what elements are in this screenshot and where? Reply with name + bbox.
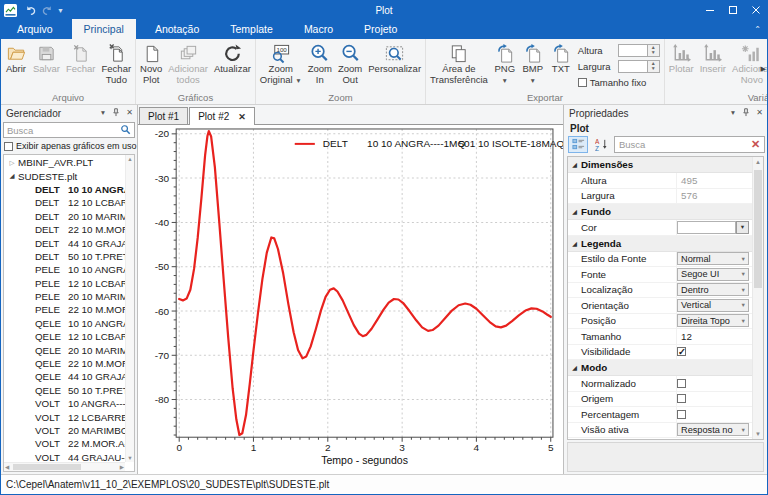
pin-icon[interactable]	[112, 108, 120, 119]
ribbon-tab-principal[interactable]: Principal	[72, 19, 136, 39]
maximize-button[interactable]	[721, 1, 744, 19]
tree-file-mbinf-avr-plt[interactable]: ▷MBINF_AVR.PLT	[4, 156, 125, 169]
categorized-view-button[interactable]	[568, 136, 588, 153]
novo-plot-button[interactable]: NovoPlot	[137, 40, 165, 85]
scroll-down-icon[interactable]: ▼	[127, 455, 132, 461]
png-button[interactable]: PNG▼	[491, 40, 519, 85]
close-button[interactable]	[744, 1, 767, 19]
property-section-modo[interactable]: ◢Modo	[568, 360, 752, 376]
bmp-button[interactable]: BMP▼	[519, 40, 547, 85]
pin-icon[interactable]	[742, 108, 750, 119]
tree-variable-item[interactable]: QELE44 10 GRAJAU--	[4, 370, 125, 383]
document-tab-plot-2[interactable]: Plot #2✕	[189, 107, 255, 125]
tree-variable-item[interactable]: DELT44 10 GRAJAU---	[4, 236, 125, 249]
tree-horizontal-scrollbar[interactable]: ◀▶	[4, 462, 125, 471]
zoom-in-button[interactable]: ZoomIn	[305, 40, 335, 85]
property-section-fundo[interactable]: ◢Fundo	[568, 204, 752, 220]
scrollbar-thumb[interactable]	[754, 170, 762, 288]
ribbon-tab-arquivo[interactable]: Arquivo	[5, 19, 65, 39]
property-value-input[interactable]: 12	[677, 331, 692, 342]
property-section-legenda[interactable]: ◢Legenda	[568, 236, 752, 252]
property-dropdown[interactable]: Segoe UI▼	[677, 268, 749, 281]
property-dropdown[interactable]: Dentro▼	[677, 283, 749, 296]
scroll-left-icon[interactable]: ◀	[5, 464, 9, 470]
scroll-up-icon[interactable]: ▲	[755, 159, 761, 165]
chart-canvas[interactable]: 012345-20-30-40-50-60-70-80Tempo - segun…	[138, 125, 563, 474]
tree-variable-item[interactable]: VOLT12 LCBARRET-5M	[4, 410, 125, 423]
sort-alphabetical-button[interactable]: AZ	[591, 136, 611, 153]
tree-variable-item[interactable]: DELT20 10 MARIMBO	[4, 210, 125, 223]
ribbon-collapse-icon[interactable]: ⌃	[754, 19, 761, 39]
collapse-icon[interactable]: ◢	[568, 364, 581, 371]
abrir-button[interactable]: Abrir	[2, 40, 30, 75]
panel-close-icon[interactable]: ✕	[756, 109, 763, 117]
txt-button[interactable]: TXT	[547, 40, 575, 75]
personalizar-button[interactable]: Personalizar	[365, 40, 424, 75]
fechar-tudo-button[interactable]: FecharTudo	[99, 40, 135, 85]
width-spinner[interactable]: ▲▼	[648, 60, 660, 73]
zoom-original-button[interactable]: 100ZoomOriginal ▼	[257, 40, 305, 86]
zoom-out-button[interactable]: ZoomOut	[335, 40, 365, 85]
ribbon-tab-anotacao[interactable]: Anotação	[143, 19, 211, 39]
property-dropdown[interactable]: Normal▼	[677, 252, 749, 265]
chevron-down-icon[interactable]: ▼	[736, 221, 749, 234]
atualizar-button[interactable]: Atualizar	[211, 40, 254, 75]
filter-graphs-checkbox[interactable]	[4, 142, 13, 151]
collapse-icon[interactable]: ◢	[7, 172, 17, 180]
tree-vertical-scrollbar[interactable]: ▲▼	[125, 155, 134, 462]
scroll-down-icon[interactable]: ▼	[755, 431, 761, 437]
tree-file-sudeste-plt[interactable]: ◢SUDESTE.plt	[4, 169, 125, 182]
redo-icon[interactable]	[39, 2, 55, 18]
tree-variable-item[interactable]: PELE22 10 M.MOR.A-	[4, 303, 125, 316]
properties-scrollbar[interactable]: ▲▼	[752, 157, 763, 439]
property-dropdown[interactable]: Vertical▼	[677, 299, 749, 312]
scroll-up-icon[interactable]: ▲	[127, 156, 132, 162]
collapse-icon[interactable]: ◢	[568, 240, 581, 247]
fixed-size-checkbox[interactable]	[578, 78, 587, 87]
collapse-icon[interactable]: ◢	[568, 208, 581, 215]
expand-icon[interactable]: ▷	[7, 159, 17, 167]
search-icon[interactable]	[120, 121, 131, 139]
tree-variable-item[interactable]: DELT50 10 T.PRETO---	[4, 250, 125, 263]
tab-close-icon[interactable]: ✕	[238, 112, 246, 122]
panel-menu-icon[interactable]: ▼	[100, 109, 106, 117]
area-de-transferencia-button[interactable]: Área deTransferência	[427, 40, 491, 85]
tree-variable-item[interactable]: VOLT22 M.MOR.A--6M	[4, 437, 125, 450]
tree-variable-item[interactable]: PELE12 10 LCBARRET-	[4, 277, 125, 290]
ribbon-tab-projeto[interactable]: Projeto	[352, 19, 409, 39]
panel-menu-icon[interactable]: ▼	[730, 109, 736, 117]
property-checkbox[interactable]	[677, 410, 686, 419]
property-checkbox[interactable]	[677, 394, 686, 403]
undo-icon[interactable]	[23, 2, 39, 18]
height-input[interactable]	[618, 44, 648, 57]
property-section-dimensoes[interactable]: ◢Dimensões	[568, 157, 752, 173]
properties-search-input[interactable]	[619, 139, 751, 150]
property-checkbox[interactable]	[677, 347, 686, 356]
property-dropdown[interactable]: Resposta no▼	[677, 423, 749, 436]
qat-dropdown-icon[interactable]: ▼	[57, 7, 64, 14]
tree-variable-item[interactable]: QELE50 10 T.PRETO--	[4, 384, 125, 397]
color-value-box[interactable]	[677, 221, 736, 234]
property-checkbox[interactable]	[677, 379, 686, 388]
tree-variable-item[interactable]: VOLT20 MARIMBON--	[4, 424, 125, 437]
clear-search-icon[interactable]: ✕	[751, 139, 760, 150]
tree-variable-item[interactable]: QELE12 10 LCBARRET	[4, 330, 125, 343]
tree-variable-item[interactable]: DELT10 10 ANGRA---	[4, 183, 125, 196]
ribbon-tab-template[interactable]: Template	[218, 19, 285, 39]
property-dropdown[interactable]: Direita Topo▼	[677, 314, 749, 327]
collapse-icon[interactable]: ◢	[568, 161, 581, 168]
tree-variable-item[interactable]: QELE10 10 ANGRA----	[4, 317, 125, 330]
scrollbar-thumb[interactable]	[13, 464, 81, 470]
ribbon-tab-macro[interactable]: Macro	[292, 19, 345, 39]
scroll-right-icon[interactable]: ▶	[120, 464, 124, 470]
tree-variable-item[interactable]: QELE20 10 MARIMBO	[4, 343, 125, 356]
tree-variable-item[interactable]: QELE22 10 M.MOR.A-	[4, 357, 125, 370]
color-picker[interactable]: ▼	[677, 221, 749, 234]
tree-variable-item[interactable]: VOLT10 ANGRA----1M	[4, 397, 125, 410]
ribbon-overflow-icon[interactable]: ▶	[761, 65, 766, 73]
document-tab-plot-1[interactable]: Plot #1	[139, 107, 188, 124]
tree-variable-item[interactable]: PELE20 10 MARIMBO	[4, 290, 125, 303]
tree-variable-item[interactable]: PELE10 10 ANGRA----	[4, 263, 125, 276]
manager-search-input[interactable]	[7, 125, 120, 136]
height-spinner[interactable]: ▲▼	[648, 44, 660, 57]
